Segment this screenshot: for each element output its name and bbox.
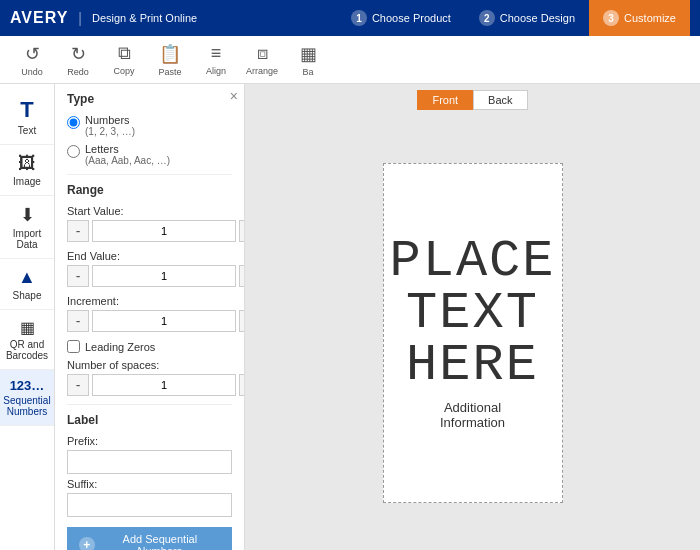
- align-icon: ≡: [211, 43, 222, 64]
- undo-icon: ↺: [25, 43, 40, 65]
- num-spaces-row: - +: [67, 374, 232, 396]
- divider-1: [67, 174, 232, 175]
- step-label-1: Choose Product: [372, 12, 451, 24]
- header-divider: |: [78, 10, 82, 26]
- start-value-input[interactable]: [92, 220, 236, 242]
- radio-letters-input[interactable]: [67, 145, 80, 158]
- increment-minus[interactable]: -: [67, 310, 89, 332]
- tab-front[interactable]: Front: [417, 90, 473, 110]
- sidebar-label-qr: QR and Barcodes: [2, 339, 52, 361]
- leading-zeros-row: Leading Zeros: [67, 340, 232, 353]
- sidebar-item-shape[interactable]: ▲ Shape: [0, 259, 54, 310]
- label-section-title: Label: [67, 413, 232, 427]
- sequential-icon: 123…: [10, 378, 45, 393]
- end-value-input[interactable]: [92, 265, 236, 287]
- copy-icon: ⧉: [118, 43, 131, 64]
- radio-numbers: Numbers (1, 2, 3, …): [67, 114, 232, 137]
- ba-button[interactable]: ▦ Ba: [286, 40, 330, 80]
- step-choose-product[interactable]: 1 Choose Product: [337, 0, 465, 36]
- step-num-2: 2: [479, 10, 495, 26]
- label-text-line2: Text: [406, 288, 539, 340]
- leading-zeros-checkbox[interactable]: [67, 340, 80, 353]
- prefix-label: Prefix:: [67, 435, 232, 447]
- app-header: AVERY | Design & Print Online 1 Choose P…: [0, 0, 700, 36]
- align-button[interactable]: ≡ Align: [194, 40, 238, 80]
- panel-close-button[interactable]: ×: [230, 88, 238, 104]
- start-value-minus[interactable]: -: [67, 220, 89, 242]
- add-sequential-label: Add Sequential Numbers: [100, 533, 220, 550]
- redo-button[interactable]: ↻ Redo: [56, 40, 100, 80]
- step-customize[interactable]: 3 Customize: [589, 0, 690, 36]
- canvas-content: Place Text Here AdditionalInformation: [245, 116, 700, 550]
- label-text-line1: Place: [389, 236, 555, 288]
- sidebar-item-text[interactable]: T Text: [0, 89, 54, 145]
- num-spaces-input[interactable]: [92, 374, 236, 396]
- radio-letters: Letters (Aaa, Aab, Aac, …): [67, 143, 232, 166]
- sidebar-item-sequential[interactable]: 123… Sequential Numbers: [0, 370, 54, 426]
- num-spaces-minus[interactable]: -: [67, 374, 89, 396]
- end-value-row: - +: [67, 265, 232, 287]
- qr-icon: ▦: [20, 318, 35, 337]
- radio-letters-label: Letters (Aaa, Aab, Aac, …): [85, 143, 170, 166]
- copy-button[interactable]: ⧉ Copy: [102, 40, 146, 80]
- toolbar-group-main: ↺ Undo ↻ Redo ⧉ Copy 📋 Paste ≡ Align ⧈ A…: [10, 40, 330, 80]
- canvas-area: Front Back Place Text Here AdditionalInf…: [245, 84, 700, 550]
- increment-input[interactable]: [92, 310, 236, 332]
- paste-label: Paste: [158, 67, 181, 77]
- increment-row: - +: [67, 310, 232, 332]
- copy-label: Copy: [113, 66, 134, 76]
- sidebar-label-shape: Shape: [13, 290, 42, 301]
- suffix-label: Suffix:: [67, 478, 232, 490]
- step-choose-design[interactable]: 2 Choose Design: [465, 0, 589, 36]
- label-text-line3: Here: [406, 340, 539, 392]
- sidebar-label-import: Import Data: [2, 228, 52, 250]
- end-value-minus[interactable]: -: [67, 265, 89, 287]
- add-sequential-button[interactable]: + Add Sequential Numbers: [67, 527, 232, 550]
- step-num-3: 3: [603, 10, 619, 26]
- shape-icon: ▲: [18, 267, 36, 288]
- import-icon: ⬇: [20, 204, 35, 226]
- sidebar-item-import[interactable]: ⬇ Import Data: [0, 196, 54, 259]
- text-icon: T: [20, 97, 33, 123]
- leading-zeros-label: Leading Zeros: [85, 341, 155, 353]
- type-section-title: Type: [67, 92, 232, 106]
- label-preview: Place Text Here AdditionalInformation: [383, 163, 563, 503]
- redo-icon: ↻: [71, 43, 86, 65]
- sidebar-item-qr[interactable]: ▦ QR and Barcodes: [0, 310, 54, 370]
- step-num-1: 1: [351, 10, 367, 26]
- tab-back[interactable]: Back: [473, 90, 527, 110]
- start-value-row: - +: [67, 220, 232, 242]
- avery-logo: AVERY: [10, 9, 68, 27]
- arrange-label: Arrange: [246, 66, 278, 76]
- undo-label: Undo: [21, 67, 43, 77]
- paste-icon: 📋: [159, 43, 181, 65]
- main-area: T Text 🖼 Image ⬇ Import Data ▲ Shape ▦ Q…: [0, 84, 700, 550]
- toolbar: ↺ Undo ↻ Redo ⧉ Copy 📋 Paste ≡ Align ⧈ A…: [0, 36, 700, 84]
- canvas-tabs: Front Back: [245, 84, 700, 116]
- sequential-panel: × Type Numbers (1, 2, 3, …) Letters (Aaa…: [55, 84, 245, 550]
- add-btn-plus-icon: +: [79, 537, 95, 550]
- redo-label: Redo: [67, 67, 89, 77]
- label-additional-text: AdditionalInformation: [440, 400, 505, 430]
- arrange-icon: ⧈: [257, 43, 268, 64]
- undo-button[interactable]: ↺ Undo: [10, 40, 54, 80]
- increment-label: Increment:: [67, 295, 232, 307]
- step-label-2: Choose Design: [500, 12, 575, 24]
- sidebar-label-text: Text: [18, 125, 36, 136]
- range-section-title: Range: [67, 183, 232, 197]
- step-label-3: Customize: [624, 12, 676, 24]
- paste-button[interactable]: 📋 Paste: [148, 40, 192, 80]
- left-sidebar: T Text 🖼 Image ⬇ Import Data ▲ Shape ▦ Q…: [0, 84, 55, 550]
- sidebar-item-image[interactable]: 🖼 Image: [0, 145, 54, 196]
- arrange-button[interactable]: ⧈ Arrange: [240, 40, 284, 80]
- suffix-input[interactable]: [67, 493, 232, 517]
- ba-icon: ▦: [300, 43, 317, 65]
- sidebar-label-sequential: Sequential Numbers: [2, 395, 52, 417]
- prefix-input[interactable]: [67, 450, 232, 474]
- end-value-label: End Value:: [67, 250, 232, 262]
- header-tagline: Design & Print Online: [92, 12, 197, 24]
- radio-numbers-input[interactable]: [67, 116, 80, 129]
- align-label: Align: [206, 66, 226, 76]
- divider-2: [67, 404, 232, 405]
- image-icon: 🖼: [18, 153, 36, 174]
